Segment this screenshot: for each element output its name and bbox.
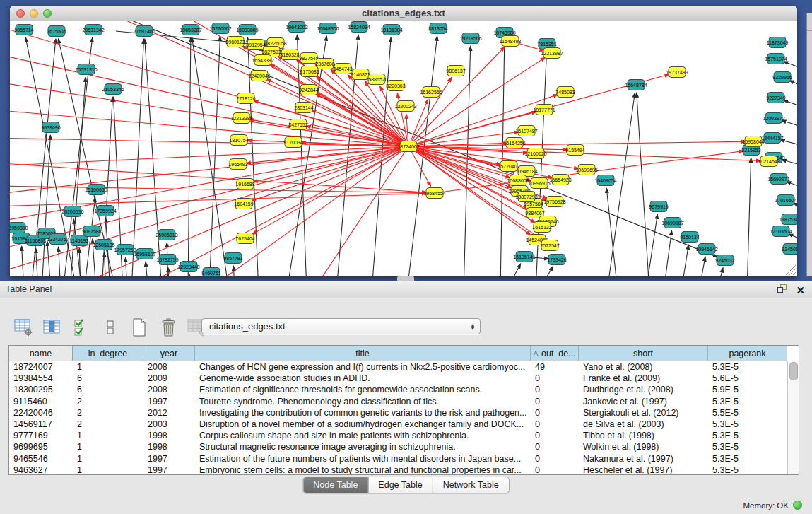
table-cell[interactable]: Franke et al. (2009): [579, 373, 708, 384]
table-row[interactable]: 946362711997Embryonic stem cells: a mode…: [9, 465, 799, 475]
network-canvas[interactable]: 9055714767550520531342276914061065328715…: [10, 21, 797, 276]
node-table[interactable]: namein_degreeyeartitle△out_de...shortpag…: [8, 345, 799, 475]
graph-edge[interactable]: [782, 160, 797, 167]
table-row[interactable]: 969969511998Structural magnetic resonanc…: [9, 441, 799, 452]
table-cell[interactable]: Estimation of the future numbers of pati…: [195, 453, 531, 465]
graph-edge[interactable]: [539, 267, 553, 276]
graph-edge[interactable]: [59, 247, 61, 276]
table-vertical-scrollbar[interactable]: [787, 361, 799, 474]
table-cell[interactable]: Hescheler et al. (1997): [579, 465, 708, 475]
table-row[interactable]: 1872400712008Changes of HCN gene express…: [9, 361, 799, 373]
graph-edge[interactable]: [209, 36, 220, 276]
graph-edge[interactable]: [145, 39, 162, 276]
graph-edge[interactable]: [408, 95, 558, 146]
table-row[interactable]: 1938455462009Genome-wide association stu…: [9, 373, 799, 384]
table-cell[interactable]: 1998: [143, 430, 195, 441]
table-cell[interactable]: 0: [531, 441, 579, 452]
column-header-year[interactable]: year: [143, 346, 195, 361]
column-header-name[interactable]: name: [9, 346, 73, 361]
show-column-icon[interactable]: [42, 317, 63, 338]
graph-edge[interactable]: [506, 264, 521, 276]
graph-edge[interactable]: [464, 46, 471, 276]
graph-edge[interactable]: [717, 268, 723, 276]
table-cell[interactable]: 5.3E-5: [708, 453, 787, 465]
graph-edge[interactable]: [36, 248, 38, 276]
table-cell[interactable]: 2: [73, 407, 143, 419]
table-cell[interactable]: 1: [73, 430, 143, 441]
table-cell[interactable]: 9777169: [9, 430, 73, 441]
tab-network-table[interactable]: Network Table: [433, 477, 509, 493]
table-cell[interactable]: Disruption of a novel member of a sodium…: [195, 419, 531, 430]
table-cell[interactable]: 18300295: [9, 384, 73, 395]
table-cell[interactable]: Embryonic stem cells: a model to study s…: [195, 465, 531, 475]
table-cell[interactable]: 2003: [143, 419, 195, 430]
table-cell[interactable]: 5.5E-5: [708, 407, 787, 419]
table-cell[interactable]: Structural magnetic resonance image aver…: [195, 441, 531, 452]
table-cell[interactable]: Nakamura et al. (1997): [579, 453, 708, 465]
table-cell[interactable]: 9463627: [9, 465, 73, 475]
graph-edge[interactable]: [780, 140, 797, 147]
table-row[interactable]: 977716911998Corpus callosum shape and si…: [9, 430, 799, 441]
table-cell[interactable]: 9699695: [9, 441, 73, 452]
table-cell[interactable]: 1998: [143, 441, 195, 452]
table-cell[interactable]: 0: [531, 419, 579, 430]
table-row[interactable]: 2242004622012Investigating the contribut…: [9, 407, 799, 419]
table-cell[interactable]: 9465546: [9, 453, 73, 465]
table-cell[interactable]: 5.3E-5: [708, 419, 787, 430]
table-cell[interactable]: 18724007: [9, 361, 73, 373]
table-cell[interactable]: 1997: [143, 396, 195, 407]
table-row[interactable]: 911546021997Tourette syndrome. Phenomeno…: [9, 396, 799, 407]
delete-column-icon[interactable]: [158, 317, 179, 338]
graph-edge[interactable]: [782, 120, 797, 129]
column-header-in_degree[interactable]: in_degree: [73, 346, 143, 361]
graph-edge[interactable]: [42, 135, 50, 276]
graph-edge[interactable]: [786, 182, 797, 189]
graph-edge[interactable]: [747, 158, 751, 276]
tab-node-table[interactable]: Node Table: [303, 477, 367, 493]
table-cell[interactable]: 2009: [143, 373, 195, 384]
graph-edge[interactable]: [10, 186, 427, 193]
table-cell[interactable]: 6: [73, 373, 143, 384]
table-cell[interactable]: 0: [531, 384, 579, 395]
resize-grip-icon[interactable]: [793, 272, 796, 275]
graph-edge[interactable]: [189, 274, 191, 276]
table-cell[interactable]: 5.3E-5: [708, 430, 787, 441]
graph-edge[interactable]: [168, 267, 170, 276]
new-column-icon[interactable]: [129, 317, 150, 338]
table-cell[interactable]: Estimation of significance thresholds fo…: [195, 384, 531, 395]
graph-edge[interactable]: [788, 234, 797, 242]
graph-edge[interactable]: [126, 257, 127, 276]
table-cell[interactable]: 0: [531, 373, 579, 384]
table-cell[interactable]: 5.9E-5: [708, 384, 787, 395]
resize-grip-icon[interactable]: [789, 269, 796, 275]
table-cell[interactable]: 2: [73, 396, 143, 407]
table-cell[interactable]: 0: [531, 430, 579, 441]
table-cell[interactable]: Corpus callosum shape and size in male p…: [195, 430, 531, 441]
table-cell[interactable]: 1: [73, 465, 143, 475]
graph-edge[interactable]: [22, 246, 24, 276]
graph-edge[interactable]: [131, 39, 143, 276]
graph-edge[interactable]: [10, 25, 408, 146]
table-cell[interactable]: Dudbridge et al. (2008): [579, 384, 708, 395]
table-cell[interactable]: 9115460: [9, 396, 73, 407]
column-header-title[interactable]: title: [195, 346, 531, 361]
table-cell[interactable]: 2008: [143, 384, 195, 395]
close-icon[interactable]: ✕: [796, 285, 805, 296]
table-panel-titlebar[interactable]: Table Panel ✕: [0, 281, 812, 298]
graph-edge[interactable]: [146, 262, 148, 276]
table-row[interactable]: 946554611997Estimation of the future num…: [9, 453, 799, 465]
graph-edge[interactable]: [681, 245, 688, 276]
table-cell[interactable]: Investigating the contribution of common…: [195, 407, 531, 419]
table-cell[interactable]: 6: [73, 384, 143, 395]
table-cell[interactable]: Genome-wide association studies in ADHD.: [195, 373, 531, 384]
table-cell[interactable]: Wolkin et al. (1998): [579, 441, 708, 452]
table-cell[interactable]: 1: [73, 361, 143, 373]
table-selector-dropdown[interactable]: citations_edges.txt ▲▼: [201, 318, 481, 334]
tab-edge-table[interactable]: Edge Table: [367, 477, 432, 493]
table-cell[interactable]: 1997: [143, 465, 195, 475]
graph-edge[interactable]: [192, 37, 229, 276]
table-cell[interactable]: 0: [531, 396, 579, 407]
table-cell[interactable]: Tourette syndrome. Phenomenology and cla…: [195, 396, 531, 407]
column-header-short[interactable]: short: [579, 346, 708, 361]
graph-edge[interactable]: [789, 81, 797, 89]
